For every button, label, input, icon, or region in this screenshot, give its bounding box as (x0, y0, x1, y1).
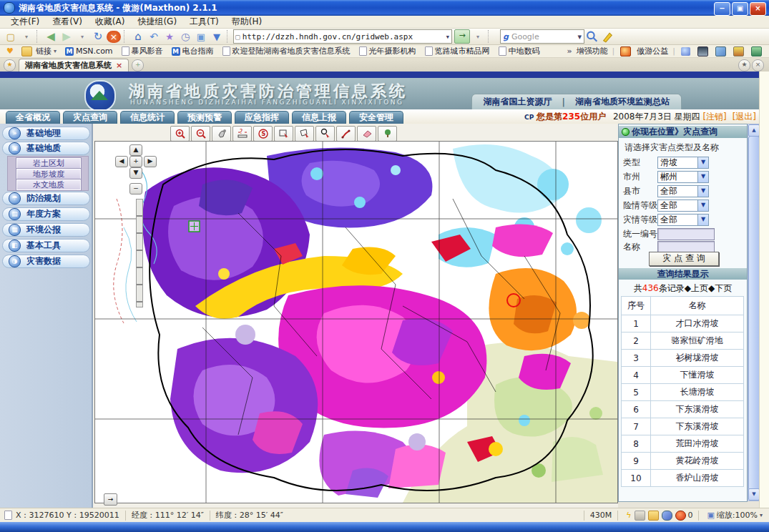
building-icon[interactable] (751, 46, 762, 56)
prev-page-link[interactable]: ◆上页 (685, 283, 708, 293)
link-radio[interactable]: M电台指南 (172, 46, 214, 56)
chevron-down-icon[interactable]: ▼ (697, 172, 708, 182)
undo-icon[interactable]: ↶ (147, 30, 161, 44)
ad-blocker-icon[interactable] (675, 511, 686, 521)
result-row[interactable]: 9黄花岭滑坡 (622, 453, 744, 470)
measure-line-tool[interactable] (336, 126, 356, 142)
history-clock-icon[interactable]: ◷ (178, 30, 192, 44)
notes-icon[interactable] (715, 46, 726, 56)
favorites-heart-icon[interactable]: ♥ (6, 46, 14, 56)
charity-link[interactable]: 傲游公益 (637, 46, 668, 56)
zoom-slider[interactable] (136, 199, 143, 307)
link-zhongdi[interactable]: 中地数码 (499, 46, 540, 56)
result-row[interactable]: 2骆家恒矿滑地 (622, 332, 744, 350)
menu-tools[interactable]: 工具(T) (183, 16, 225, 28)
go-dropdown-icon[interactable]: ▾ (471, 30, 485, 44)
page-scrollbar[interactable]: ▲ ▼ (748, 124, 759, 501)
exit-link[interactable]: [退出] (733, 112, 756, 122)
measure-distance-tool[interactable]: ? (232, 126, 252, 142)
nav-tab-security[interactable]: 安全管理 (349, 111, 403, 124)
link-baofeng[interactable]: 暴风影音 (122, 46, 163, 56)
resize-window-icon[interactable]: ▣ (707, 511, 714, 520)
magic-wand-icon[interactable]: ★ (162, 30, 177, 44)
star-tab-button[interactable]: ★ (4, 59, 16, 72)
nav-tab-emergency[interactable]: 应急指挥 (235, 111, 289, 124)
stop-icon[interactable]: × (107, 31, 121, 43)
map-canvas[interactable]: ▲ ◀ + ▶ ▼ − → (94, 141, 618, 503)
result-row[interactable]: 1才口水滑坡 (622, 315, 744, 332)
more-links-chevron-icon[interactable]: » (567, 46, 572, 56)
sidebar-item-prevention-plan[interactable]: ☂防治规划 (2, 192, 90, 205)
scroll-up-icon[interactable]: ▲ (748, 124, 760, 137)
eraser-tool[interactable] (357, 126, 376, 142)
search-icon[interactable] (585, 30, 599, 44)
risk-level-select[interactable]: 全部▼ (657, 200, 709, 212)
links-folder[interactable]: 链接▾ (20, 46, 57, 56)
minimize-button[interactable]: − (714, 2, 730, 16)
menu-file[interactable]: 文件(F) (4, 16, 46, 28)
tab-active[interactable]: 湖南省地质灾害信息系统 × (19, 59, 129, 72)
result-row[interactable]: 3衫树垅滑坡 (622, 350, 744, 367)
tab-tools-button[interactable]: ★ (738, 59, 750, 72)
submenu-rock-zoning[interactable]: 岩土区划 (16, 158, 81, 169)
close-button[interactable]: × (750, 2, 766, 16)
result-row[interactable]: 4下懂滑坡 (622, 367, 744, 384)
result-row[interactable]: 6下东溪滑坡 (622, 401, 744, 418)
address-bar[interactable]: ▢ http://dzzh.hndh.gov.cn/gridweb.aspx ▾ (233, 29, 452, 44)
menu-view[interactable]: 查看(V) (46, 16, 89, 28)
chevron-down-icon[interactable]: ▼ (697, 200, 708, 211)
disaster-query-button[interactable]: 灾 点 查 询 (649, 252, 719, 266)
sidebar-collapse-button[interactable]: → (104, 493, 117, 506)
book-icon[interactable] (662, 511, 672, 521)
user-icon[interactable] (681, 47, 690, 56)
select-rectangle-tool[interactable] (274, 126, 293, 142)
pan-up-button[interactable]: ▲ (129, 144, 142, 156)
menu-favorites[interactable]: 收藏(A) (89, 16, 132, 28)
nav-tab-disaster-query[interactable]: 灾点查询 (63, 111, 117, 124)
submenu-terrain-slope[interactable]: 地形坡度 (16, 169, 81, 179)
new-page-dropdown-icon[interactable]: ▾ (19, 30, 34, 44)
link-photo[interactable]: 光年摄影机构 (359, 46, 416, 56)
sidebar-item-base-geology[interactable]: ▣基础地质 (2, 142, 90, 155)
type-select[interactable]: 滑坡▼ (657, 157, 709, 169)
full-extent-tool[interactable]: S (253, 126, 273, 142)
chevron-down-icon[interactable]: ▼ (697, 215, 708, 225)
address-dropdown-icon[interactable]: ▾ (445, 32, 450, 41)
download-icon[interactable]: ▼ (210, 30, 224, 44)
result-row[interactable]: 10香炉山滑坡 (622, 470, 744, 487)
result-row[interactable]: 7下东溪滑坡 (622, 418, 744, 435)
nav-tab-forecast[interactable]: 预测预警 (177, 111, 232, 124)
scrollbar-thumb[interactable] (748, 136, 760, 491)
nav-tab-overview[interactable]: 全省概况 (6, 111, 60, 124)
chevron-down-icon[interactable]: ▼ (697, 157, 708, 168)
window-panel-icon[interactable] (697, 46, 708, 56)
sidebar-item-base-geography[interactable]: »基础地理 (2, 127, 90, 140)
link-city[interactable]: 览路城市精品网 (425, 46, 490, 56)
nav-tab-statistics[interactable]: 信息统计 (120, 111, 175, 124)
link-window-icon[interactable]: ▣ (194, 30, 208, 44)
link-msn[interactable]: MMSN.com (65, 46, 113, 56)
submenu-hydrogeology[interactable]: 水文地质 (16, 179, 81, 190)
history-dropdown-icon[interactable]: ▾ (75, 30, 89, 44)
unified-id-input[interactable] (657, 228, 715, 240)
link-geo-monitoring[interactable]: 湖南省地质环境监测总站 (575, 96, 670, 108)
restore-button[interactable]: ▣ (732, 2, 748, 16)
logout-link[interactable]: [注销] (702, 112, 726, 122)
sidebar-item-disaster-data[interactable]: ◑灾害数据 (2, 255, 90, 268)
nav-tab-report[interactable]: 信息上报 (292, 111, 346, 124)
tab-close-icon[interactable]: × (116, 61, 122, 70)
folder-icon[interactable] (648, 511, 659, 521)
filter-icon[interactable] (635, 511, 645, 521)
zoom-slider-minus-button[interactable]: − (129, 183, 142, 194)
zoom-level[interactable]: 缩放:100% (717, 510, 758, 521)
pan-down-button[interactable]: ▼ (129, 167, 142, 179)
name-input[interactable] (657, 241, 715, 253)
pan-right-button[interactable]: ▶ (144, 156, 157, 167)
zoom-in-tool[interactable] (170, 126, 190, 142)
brush-icon[interactable] (733, 46, 744, 56)
pan-tool[interactable] (212, 126, 231, 142)
sidebar-item-basic-tools[interactable]: ◧基本工具 (2, 239, 90, 252)
pan-center-button[interactable]: + (129, 156, 142, 167)
home-icon[interactable]: ⌂ (131, 30, 145, 44)
identify-tool[interactable] (315, 126, 335, 142)
